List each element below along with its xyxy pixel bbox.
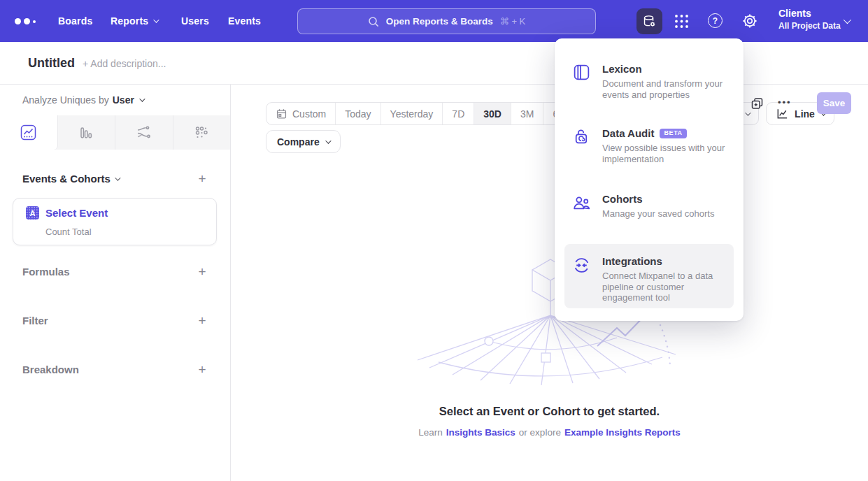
compare-label: Compare <box>277 136 320 148</box>
global-search-input[interactable]: Open Reports & Boards ⌘ + K <box>297 8 596 34</box>
data-audit-icon <box>571 127 591 146</box>
integrations-title: Integrations <box>602 255 662 267</box>
save-button[interactable]: Save <box>817 92 851 114</box>
breakdown-section-label: Breakdown <box>22 364 79 375</box>
mixpanel-app: Boards Reports Users Events Open Reports… <box>0 0 868 481</box>
nav-events[interactable]: Events <box>228 0 261 42</box>
gear-icon <box>741 12 759 30</box>
add-event-button[interactable]: + <box>194 171 210 187</box>
range-yesterday[interactable]: Yesterday <box>381 103 443 124</box>
range-today[interactable]: Today <box>336 103 380 124</box>
nav-users-label: Users <box>181 15 209 27</box>
data-management-menu: Lexicon Document and transform your even… <box>555 38 744 321</box>
beta-badge: BETA <box>660 129 686 138</box>
lexicon-title: Lexicon <box>602 63 642 75</box>
range-custom[interactable]: Custom <box>266 103 336 124</box>
analyze-uniques-row: Analyze Uniques by User <box>22 94 143 106</box>
range-yesterday-label: Yesterday <box>390 108 434 120</box>
data-audit-title: Data Audit <box>602 127 654 139</box>
cohorts-description: Manage your saved cohorts <box>602 208 732 220</box>
bar-chart-tab-icon <box>78 125 94 141</box>
grid-icon <box>673 13 690 30</box>
empty-state-title: Select an Event or Cohort to get started… <box>231 405 868 418</box>
formulas-section-label: Formulas <box>22 266 70 278</box>
lexicon-book-icon <box>571 62 591 82</box>
compare-dropdown[interactable]: Compare <box>266 130 341 153</box>
chevron-down-icon <box>325 138 331 143</box>
range-3m[interactable]: 3M <box>511 103 543 124</box>
chevron-down-icon <box>153 17 159 22</box>
tab-insights-line[interactable] <box>0 115 58 150</box>
range-7d[interactable]: 7D <box>443 103 474 124</box>
learn-text: Learn <box>418 427 443 438</box>
range-30d[interactable]: 30D <box>474 103 511 124</box>
project-selector[interactable]: Clients All Project Data <box>778 8 841 31</box>
top-nav: Boards Reports Users Events Open Reports… <box>0 0 868 42</box>
query-sidebar: Analyze Uniques by User <box>0 85 231 481</box>
project-name: All Project Data <box>778 21 841 31</box>
flow-tab-icon <box>136 124 152 141</box>
help-button[interactable]: ? <box>708 13 723 28</box>
line-chart-tab-icon <box>20 124 36 141</box>
nav-events-label: Events <box>228 15 261 27</box>
menu-item-lexicon[interactable]: Lexicon Document and transform your even… <box>564 59 734 100</box>
calendar-icon <box>276 108 287 120</box>
help-glyph: ? <box>713 16 718 26</box>
date-range-segmented-control: Custom Today Yesterday 7D 30D 3M 6M <box>266 102 576 125</box>
data-audit-description: View possible issues with your implement… <box>602 143 732 164</box>
select-event-button[interactable]: Select Event <box>45 207 108 219</box>
apps-grid-button[interactable] <box>673 13 690 30</box>
event-card[interactable]: A Select Event Count Total <box>13 198 217 245</box>
tab-flow-chart[interactable] <box>115 115 173 150</box>
chevron-down-icon <box>139 96 145 101</box>
settings-button[interactable] <box>741 12 759 30</box>
lexicon-description: Document and transform your events and p… <box>602 78 732 100</box>
cohorts-title: Cohorts <box>602 193 643 205</box>
menu-item-integrations[interactable]: Integrations Connect Mixpanel to a data … <box>564 244 734 308</box>
range-7d-label: 7D <box>452 108 464 120</box>
nav-boards[interactable]: Boards <box>58 0 92 42</box>
events-cohorts-label: Events & Cohorts <box>22 173 111 185</box>
chart-type-tabs <box>0 115 230 150</box>
integrations-description: Connect Mixpanel to a data pipeline or c… <box>602 271 732 303</box>
copy-plus-icon <box>750 96 764 111</box>
count-total-dropdown[interactable]: Count Total <box>45 227 92 237</box>
chevron-down-icon <box>115 175 120 180</box>
help-icon: ? <box>708 13 723 28</box>
filter-section-label: Filter <box>22 315 48 326</box>
database-gear-icon <box>642 14 657 29</box>
range-today-label: Today <box>345 108 371 120</box>
events-cohorts-header[interactable]: Events & Cohorts <box>22 173 119 185</box>
tab-bar-chart[interactable] <box>58 115 116 150</box>
data-management-button[interactable] <box>636 8 662 34</box>
add-breakdown-button[interactable]: + <box>194 362 210 378</box>
chart-type-label: Line <box>795 108 815 120</box>
range-custom-label: Custom <box>292 108 326 120</box>
tab-retention-grid[interactable] <box>173 115 231 150</box>
add-formula-button[interactable]: + <box>194 264 210 280</box>
or-explore-text: or explore <box>519 427 561 438</box>
nav-users[interactable]: Users <box>181 0 209 42</box>
project-chevron-icon <box>844 16 851 24</box>
nav-boards-label: Boards <box>58 15 92 27</box>
analyze-value-dropdown[interactable]: User <box>113 94 134 106</box>
search-placeholder: Open Reports & Boards <box>386 16 493 27</box>
add-description-field[interactable]: + Add description... <box>83 58 166 69</box>
range-30d-label: 30D <box>483 108 501 120</box>
more-options-button[interactable]: ••• <box>778 97 792 108</box>
event-letter-badge: A <box>26 206 39 220</box>
example-insights-reports-link[interactable]: Example Insights Reports <box>564 427 681 438</box>
integrations-sync-icon <box>571 255 591 275</box>
menu-item-data-audit[interactable]: Data Audit BETA View possible issues wit… <box>564 124 734 164</box>
dot-grid-tab-icon <box>194 125 209 141</box>
mixpanel-logo[interactable] <box>15 18 36 24</box>
menu-item-cohorts[interactable]: Cohorts Manage your saved cohorts <box>564 189 734 220</box>
nav-reports[interactable]: Reports <box>111 0 157 42</box>
search-shortcut: ⌘ + K <box>500 16 526 27</box>
report-title[interactable]: Untitled <box>28 56 75 71</box>
insights-basics-link[interactable]: Insights Basics <box>446 427 515 438</box>
report-canvas: Custom Today Yesterday 7D 30D 3M 6M Comp… <box>231 85 868 481</box>
search-icon <box>368 16 379 27</box>
add-filter-button[interactable]: + <box>194 313 210 329</box>
duplicate-button[interactable] <box>750 96 764 111</box>
